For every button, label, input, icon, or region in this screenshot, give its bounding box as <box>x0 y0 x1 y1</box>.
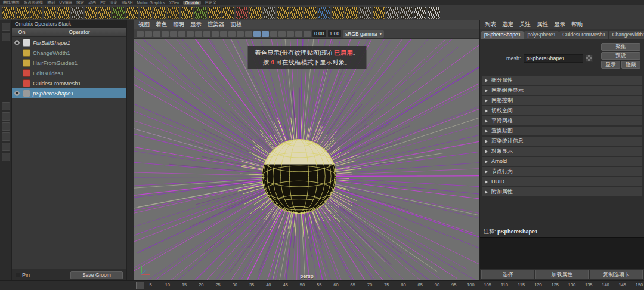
motion-blur-icon[interactable] <box>295 31 302 37</box>
operator-row[interactable]: pSphereShape1 <box>12 88 126 98</box>
grid-icon[interactable] <box>400 7 413 19</box>
textured-icon[interactable] <box>262 31 269 37</box>
shelf-tab[interactable]: UV编辑 <box>59 0 72 5</box>
ornatrix-export-icon[interactable] <box>345 7 358 19</box>
notes-area[interactable] <box>480 237 644 269</box>
shelf-tab[interactable]: 动画 <box>88 0 96 5</box>
ornatrix-symmetry-icon[interactable] <box>290 7 303 19</box>
ae-menu-item[interactable]: 属性 <box>537 21 548 29</box>
info-icon[interactable] <box>428 7 440 19</box>
operator-row[interactable]: EditGuides1 <box>12 68 126 78</box>
film-gate-icon[interactable] <box>195 31 202 37</box>
ae-tab[interactable]: GuidesFromMesh1 <box>559 31 608 39</box>
ornatrix-braid-icon[interactable] <box>167 7 179 19</box>
ae-bottom-button[interactable]: 加载属性 <box>535 270 589 279</box>
ae-menu-item[interactable]: 帮助 <box>571 21 583 29</box>
outliner-icon[interactable] <box>414 7 426 19</box>
current-frame-marker[interactable] <box>136 282 144 289</box>
shelf-tab[interactable]: 多边形建模 <box>24 0 44 5</box>
viewport-menu-item[interactable]: 照明 <box>173 21 184 29</box>
shaded-icon[interactable] <box>253 31 261 37</box>
hide-button[interactable]: 隐藏 <box>621 61 640 69</box>
rotate-tool-icon[interactable] <box>2 143 10 151</box>
pin-checkbox[interactable]: Pin <box>16 272 30 278</box>
presets-button[interactable]: 预设 <box>601 52 640 60</box>
attribute-section-header[interactable]: 节点行为 <box>482 167 642 176</box>
ornatrix-animation-icon[interactable] <box>304 7 317 19</box>
column-header-on[interactable]: On <box>12 29 32 35</box>
ornatrix-gravity-icon[interactable] <box>153 7 166 19</box>
ornatrix-help-icon[interactable] <box>373 7 385 19</box>
operator-row[interactable]: GuidesFromMesh1 <box>12 78 126 88</box>
time-ruler[interactable]: 1510152025303540455055606570758085909510… <box>137 281 639 290</box>
image-plane-icon[interactable] <box>170 31 177 37</box>
exposure-field[interactable]: 0.00 <box>312 30 326 37</box>
operator-row[interactable]: HairFromGuides1 <box>12 58 126 68</box>
ornatrix-length-icon[interactable] <box>126 7 138 19</box>
ornatrix-mesh-from-strands-icon[interactable] <box>208 7 221 19</box>
workspace-icon[interactable] <box>2 33 10 41</box>
ornatrix-strand-icon[interactable] <box>181 7 193 19</box>
attribute-section-header[interactable]: 置换贴图 <box>482 127 642 135</box>
attribute-section-header[interactable]: 对象显示 <box>482 147 642 156</box>
ae-bottom-button[interactable]: 复制选项卡 <box>590 270 643 279</box>
safe-title-icon[interactable] <box>237 31 244 37</box>
attribute-section-header[interactable]: 切线空间 <box>482 106 642 115</box>
shelf-tab[interactable]: 绑定 <box>76 0 84 5</box>
ae-bottom-button[interactable]: 选择 <box>481 270 534 279</box>
use-all-lights-icon[interactable] <box>270 31 277 37</box>
move-tool-icon[interactable] <box>2 132 10 141</box>
gear-icon[interactable] <box>14 40 20 45</box>
ornatrix-dynamics-icon[interactable] <box>263 7 275 19</box>
camera-attributes-icon[interactable] <box>153 31 160 37</box>
grid-snap-icon[interactable] <box>386 7 399 19</box>
ornatrix-edit-icon[interactable] <box>71 7 83 19</box>
gate-mask-icon[interactable] <box>212 31 219 37</box>
attribute-section-header[interactable]: Arnold <box>482 157 642 166</box>
ae-menu-item[interactable]: 显示 <box>554 21 565 29</box>
gamma-field[interactable]: 1.00 <box>328 30 342 37</box>
save-groom-button[interactable]: Save Groom <box>70 271 123 279</box>
shelf-tab[interactable]: 雕刻 <box>47 0 55 5</box>
shelf-tab[interactable]: 曲线/曲面 <box>3 0 20 5</box>
ornatrix-guides-icon[interactable] <box>2 7 15 19</box>
ornatrix-scatter-icon[interactable] <box>222 7 234 19</box>
safe-action-icon[interactable] <box>228 31 236 37</box>
ornatrix-width-icon[interactable] <box>249 7 262 19</box>
ae-tab[interactable]: polySphere1 <box>524 31 559 39</box>
attribute-section-header[interactable]: 细分属性 <box>482 76 642 85</box>
shadows-icon[interactable] <box>278 31 286 37</box>
shelf-tab[interactable]: FX <box>100 1 105 5</box>
ornatrix-simulation-icon[interactable] <box>318 7 330 19</box>
shelf-tab[interactable]: 自定义 <box>205 0 217 5</box>
ao-icon[interactable] <box>287 31 294 37</box>
viewport-menu-item[interactable]: 面板 <box>231 21 242 29</box>
shelf-tab[interactable]: Ornatrix <box>183 1 200 5</box>
viewport-menu-item[interactable]: 渲染器 <box>208 21 225 29</box>
ornatrix-grass-icon[interactable] <box>112 7 125 19</box>
lasso-tool-icon[interactable] <box>2 112 10 121</box>
ae-menu-item[interactable]: 列表 <box>485 21 496 29</box>
viewport-menu-item[interactable]: 视图 <box>138 21 150 29</box>
ornatrix-settings-icon[interactable] <box>359 7 371 19</box>
xray-icon[interactable] <box>304 31 311 37</box>
ornatrix-feather-icon[interactable] <box>194 7 207 19</box>
paint-select-tool-icon[interactable] <box>2 122 10 131</box>
shelf-tab[interactable]: 渲染 <box>110 0 117 5</box>
operator-row[interactable]: FurBallShape1 <box>12 38 126 48</box>
time-slider[interactable]: 1510152025303540455055606570758085909510… <box>0 280 644 290</box>
attribute-section-header[interactable]: 网格组件显示 <box>482 86 642 95</box>
ornatrix-hair-icon[interactable] <box>16 7 29 19</box>
ornatrix-frizz-icon[interactable] <box>98 7 111 19</box>
wireframe-icon[interactable] <box>245 31 252 37</box>
ornatrix-comb-icon[interactable] <box>44 7 56 19</box>
gear-icon[interactable] <box>14 91 20 96</box>
viewport-menu-item[interactable]: 显示 <box>190 21 202 29</box>
ornatrix-clump-icon[interactable] <box>57 7 70 19</box>
shelf-tab[interactable]: XGen <box>169 1 179 5</box>
field-chart-icon[interactable] <box>220 31 227 37</box>
select-camera-icon[interactable] <box>137 31 144 37</box>
show-button[interactable]: 显示 <box>601 61 620 69</box>
mesh-field[interactable]: pSphereShape1 <box>524 54 583 63</box>
texture-map-icon[interactable] <box>586 55 593 62</box>
